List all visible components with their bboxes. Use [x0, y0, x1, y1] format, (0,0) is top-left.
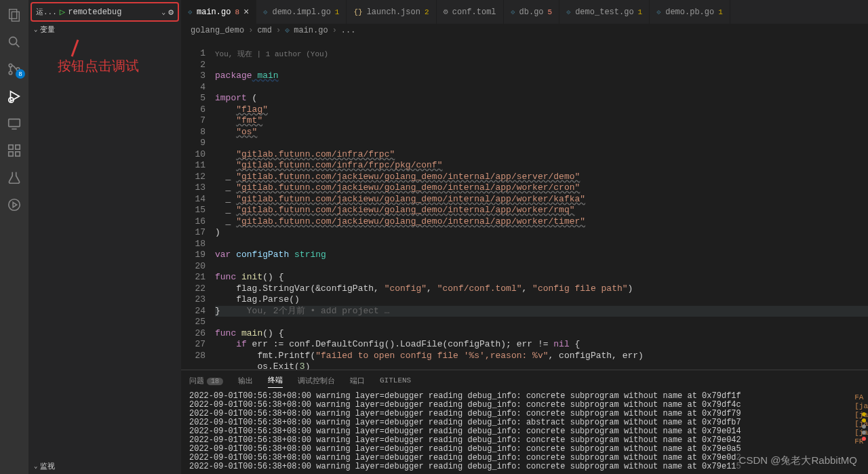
tab-problem-count: 2 [425, 8, 429, 16]
breadcrumb[interactable]: golang_demo› cmd› ⟐main.go› ... [181, 24, 868, 37]
variables-label: 变量 [40, 24, 55, 35]
editor-tabs: ⟐main.go8×⟐demo.impl.go1{}launch.json2⚙c… [181, 0, 868, 24]
extensions-icon[interactable] [6, 142, 22, 159]
test-icon[interactable] [6, 170, 22, 186]
file-icon: {} [353, 8, 362, 16]
chevron-down-icon[interactable]: ⌄ [161, 8, 165, 16]
tab-terminal[interactable]: 终端 [268, 373, 283, 388]
watch-section[interactable]: ⌄ 监视 [28, 458, 181, 474]
file-icon: ⚙ [443, 7, 448, 17]
tab-label: main.go [197, 7, 231, 17]
tab-label: launch.json [367, 7, 420, 17]
activity-bar: 8 [0, 0, 28, 474]
file-icon: ⟐ [263, 8, 268, 16]
svg-rect-13 [9, 152, 13, 156]
breadcrumb-more[interactable]: ... [341, 26, 356, 35]
code-content[interactable]: You, 现在 | 1 author (You) package main im… [215, 37, 868, 370]
breadcrumb-segment[interactable]: main.go [294, 26, 328, 35]
file-icon: ⟐ [188, 8, 193, 16]
file-icon: ⟐ [656, 8, 661, 16]
file-icon: ⟐ [566, 8, 571, 16]
run-label: 运... [36, 7, 57, 17]
breadcrumb-segment[interactable]: golang_demo [191, 26, 244, 35]
tab-debug-console[interactable]: 调试控制台 [298, 374, 335, 388]
editor-tab[interactable]: ⟐db.go5 [504, 0, 560, 24]
editor-tab[interactable]: ⟐demo.impl.go1 [256, 0, 347, 24]
source-control-badge: 8 [16, 69, 25, 79]
svg-point-4 [9, 64, 12, 67]
editor-tab[interactable]: ⚙conf.toml [437, 0, 504, 24]
file-icon: ⟐ [511, 8, 515, 16]
close-icon[interactable]: × [243, 7, 249, 18]
tab-problem-count: 5 [548, 8, 553, 16]
svg-point-5 [9, 71, 12, 75]
tab-problem-count: 8 [235, 8, 239, 16]
svg-rect-12 [16, 145, 20, 149]
svg-point-15 [9, 199, 20, 211]
svg-marker-7 [11, 92, 20, 102]
tab-problem-count: 1 [335, 8, 340, 16]
line-gutter: 1234567891011121314151617181920212223242… [181, 37, 215, 370]
tab-label: demo.pb.go [665, 7, 714, 17]
tab-label: db.go [519, 7, 544, 17]
svg-point-2 [9, 37, 17, 45]
remote-icon[interactable] [6, 115, 22, 132]
run-debug-icon[interactable] [6, 88, 22, 104]
svg-line-3 [16, 44, 20, 47]
explorer-icon[interactable] [6, 7, 22, 23]
tab-label: conf.toml [452, 7, 496, 17]
svg-rect-9 [9, 119, 20, 127]
svg-rect-1 [12, 12, 19, 21]
source-control-icon[interactable]: 8 [6, 61, 22, 77]
tab-label: demo_test.go [575, 7, 633, 17]
editor-tab[interactable]: {}launch.json2 [347, 0, 436, 24]
breadcrumb-segment[interactable]: cmd [257, 26, 272, 35]
terminal-status-dots [862, 412, 866, 441]
watermark: CSDN @兔老大RabbitMQ [736, 453, 860, 469]
debug-config-name[interactable]: remotedebug [68, 7, 159, 17]
tab-label: demo.impl.go [272, 7, 330, 17]
start-debug-button[interactable]: ▷ [60, 6, 65, 18]
gear-icon[interactable]: ⚙ [168, 7, 174, 18]
tab-problem-count: 1 [638, 8, 643, 16]
tab-output[interactable]: 输出 [238, 374, 253, 388]
chevron-down-icon: ⌄ [34, 462, 37, 470]
tab-problems[interactable]: 问题18 [189, 374, 223, 388]
code-editor[interactable]: 1234567891011121314151617181920212223242… [181, 37, 868, 370]
panel-tabs: 问题18 输出 终端 调试控制台 端口 GITLENS [181, 370, 868, 391]
svg-rect-11 [9, 145, 13, 149]
editor-tab[interactable]: ⟐demo_test.go1 [559, 0, 650, 24]
chevron-down-icon: ⌄ [34, 26, 37, 33]
svg-rect-14 [16, 152, 20, 156]
search-icon[interactable] [6, 34, 22, 50]
main-area: ⟐main.go8×⟐demo.impl.go1{}launch.json2⚙c… [181, 0, 868, 474]
svg-marker-16 [13, 202, 17, 207]
tab-problem-count: 1 [718, 8, 723, 16]
editor-tab[interactable]: ⟐demo.pb.go1 [650, 0, 730, 24]
tab-gitlens[interactable]: GITLENS [380, 374, 411, 387]
svg-rect-0 [9, 9, 17, 19]
editor-tab[interactable]: ⟐main.go8× [181, 0, 256, 24]
debug-side-panel: 运... ▷ remotedebug ⌄ ⚙ ⌄ 变量 ⌄ 监视 [28, 0, 181, 474]
variables-section[interactable]: ⌄ 变量 [28, 22, 181, 37]
authors-codelens[interactable]: You, 现在 | 1 author (You) [215, 49, 868, 60]
tab-ports[interactable]: 端口 [350, 374, 365, 388]
more-icon[interactable] [6, 197, 22, 213]
watch-label: 监视 [40, 461, 55, 471]
debug-config-header: 运... ▷ remotedebug ⌄ ⚙ [31, 2, 179, 22]
